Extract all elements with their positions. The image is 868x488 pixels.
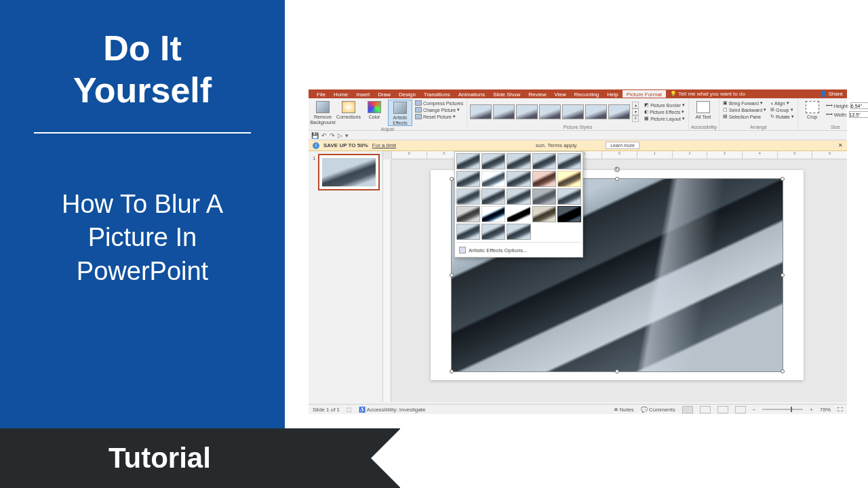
tab-design[interactable]: Design (395, 90, 420, 98)
fit-to-window-icon[interactable]: ⛶ (837, 407, 843, 413)
tab-help[interactable]: Help (603, 90, 622, 98)
style-gallery[interactable] (469, 104, 631, 120)
artistic-effect-option[interactable] (481, 206, 505, 222)
bring-forward-button[interactable]: ▣ Bring Forward ▾ (722, 100, 768, 106)
tab-review[interactable]: Review (524, 90, 550, 98)
handle-n[interactable] (615, 177, 619, 181)
artistic-effect-option[interactable] (532, 206, 556, 222)
send-backward-button[interactable]: ▢ Send Backward ▾ (722, 106, 768, 113)
tab-insert[interactable]: Insert (352, 90, 374, 98)
tab-draw[interactable]: Draw (374, 90, 395, 98)
tab-view[interactable]: View (551, 90, 570, 98)
artistic-effect-option[interactable] (481, 224, 505, 240)
zoom-level[interactable]: 78% (820, 407, 831, 413)
artistic-effect-option[interactable] (456, 206, 480, 222)
learn-more-button[interactable]: Learn more (606, 142, 639, 149)
handle-e[interactable] (781, 273, 785, 277)
handle-nw[interactable] (450, 177, 454, 181)
artistic-effect-option[interactable] (532, 153, 556, 169)
qat-more-icon[interactable]: ▾ (345, 132, 349, 139)
zoom-slider[interactable] (762, 409, 803, 410)
comments-button[interactable]: 💬 Comments (641, 407, 675, 413)
artistic-effect-option[interactable] (456, 171, 480, 187)
gallery-down[interactable]: ▾ (632, 108, 639, 115)
handle-se[interactable] (781, 369, 785, 373)
status-bar: Slide 1 of 1 ⬚ ♿ Accessibility: Investig… (309, 404, 847, 414)
handle-s[interactable] (615, 369, 619, 373)
artistic-effect-option[interactable] (532, 171, 556, 187)
rotate-button[interactable]: ↻ Rotate ▾ (769, 113, 795, 120)
picture-layout-button[interactable]: ▦ Picture Layout ▾ (643, 115, 686, 122)
qat-start-icon[interactable]: ▷ (338, 132, 342, 139)
qat-redo-icon[interactable]: ↷ (330, 132, 335, 139)
artistic-effect-option[interactable] (557, 171, 581, 187)
group-picture-styles: ▴▾≡ ◩ Picture Border ▾ ◐ Picture Effects… (467, 98, 689, 130)
gallery-up[interactable]: ▴ (632, 102, 639, 108)
artistic-effects-button[interactable]: Artistic Effects (388, 100, 412, 126)
tab-recording[interactable]: Recording (570, 90, 603, 98)
artistic-effect-option[interactable] (481, 153, 505, 169)
view-normal-icon[interactable] (682, 406, 693, 413)
compress-pictures-button[interactable]: Compress Pictures (414, 100, 465, 106)
artistic-effect-option[interactable] (456, 188, 480, 205)
tab-slideshow[interactable]: Slide Show (489, 90, 524, 98)
handle-sw[interactable] (450, 369, 454, 373)
artistic-effect-option[interactable] (507, 153, 530, 169)
selection-pane-button[interactable]: ▤ Selection Pane (722, 113, 768, 120)
qat-save-icon[interactable]: 💾 (311, 132, 319, 139)
rotate-handle[interactable] (614, 167, 620, 172)
artistic-effect-option[interactable] (507, 206, 530, 222)
alt-text-button[interactable]: Alt Text (691, 100, 715, 120)
width-input[interactable] (849, 111, 868, 118)
tab-transitions[interactable]: Transitions (420, 90, 454, 98)
slide-thumbnail-1[interactable] (318, 154, 380, 190)
handle-w[interactable] (450, 273, 454, 277)
align-button[interactable]: ⫞ Align ▾ (769, 100, 795, 106)
artistic-effect-option[interactable] (557, 206, 581, 222)
divider (34, 132, 251, 134)
canvas-area[interactable]: 6543210123456 (383, 151, 847, 402)
change-picture-button[interactable]: Change Picture ▾ (414, 106, 465, 113)
qat-undo-icon[interactable]: ↶ (321, 132, 327, 139)
artistic-effect-option[interactable] (557, 153, 581, 169)
tab-picture-format[interactable]: Picture Format (623, 90, 666, 98)
language-indicator[interactable]: ⬚ (347, 407, 352, 413)
sidebar-title: Do It Yourself (20, 27, 264, 112)
picture-border-button[interactable]: ◩ Picture Border ▾ (643, 102, 686, 108)
view-sorter-icon[interactable] (700, 406, 711, 413)
artistic-effect-option[interactable] (507, 171, 530, 187)
corrections-button[interactable]: Corrections (336, 100, 361, 120)
promo-close-icon[interactable]: ✕ (838, 142, 843, 148)
artistic-effect-option[interactable] (557, 188, 581, 205)
group-button[interactable]: ⊞ Group ▾ (769, 106, 795, 113)
reset-picture-button[interactable]: Reset Picture ▾ (414, 113, 465, 120)
gallery-more[interactable]: ≡ (632, 115, 639, 122)
view-slideshow-icon[interactable] (735, 406, 746, 413)
tab-file[interactable]: File (313, 90, 330, 98)
notes-button[interactable]: ≐ Notes (614, 407, 634, 413)
artistic-effect-option[interactable] (532, 188, 556, 205)
picture-effects-button[interactable]: ◐ Picture Effects ▾ (643, 108, 686, 115)
artistic-effect-option[interactable] (456, 224, 480, 240)
crop-button[interactable]: Crop (800, 100, 825, 120)
share-button[interactable]: 👤 Share (820, 91, 843, 97)
view-reading-icon[interactable] (717, 406, 728, 413)
artistic-effects-gallery: Artistic Effects Options... (454, 151, 583, 258)
accessibility-status[interactable]: ♿ Accessibility: Investigate (359, 407, 425, 413)
tab-animations[interactable]: Animations (454, 90, 490, 98)
height-input[interactable] (850, 102, 868, 109)
artistic-effect-option[interactable] (507, 224, 530, 240)
zoom-out-icon[interactable]: − (753, 407, 756, 413)
artistic-effect-option[interactable] (481, 188, 505, 205)
handle-ne[interactable] (781, 177, 785, 181)
tell-me-search[interactable]: 💡 Tell me what you want to do (670, 91, 745, 97)
artistic-effects-options-button[interactable]: Artistic Effects Options... (456, 245, 581, 256)
artistic-effect-option[interactable] (456, 153, 480, 169)
remove-background-button[interactable]: Remove Background (311, 100, 335, 125)
tab-home[interactable]: Home (330, 90, 352, 98)
artistic-effect-option[interactable] (481, 171, 505, 187)
artistic-effect-option[interactable] (507, 188, 530, 205)
slide-thumbnail-panel[interactable] (309, 151, 383, 402)
color-button[interactable]: Color (362, 100, 387, 120)
zoom-in-icon[interactable]: + (810, 407, 813, 413)
